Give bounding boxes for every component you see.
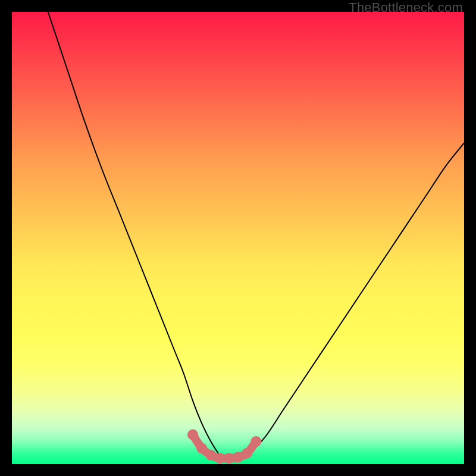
chart-frame: TheBottleneck.com [0,0,476,476]
optimal-zone-dot [187,430,198,440]
bottleneck-curve [48,12,464,460]
optimal-zone-dot [242,448,252,459]
optimal-zone [187,430,261,464]
chart-svg [12,12,464,464]
optimal-zone-dot [196,443,207,453]
optimal-zone-dot [224,453,234,464]
watermark-text: TheBottleneck.com [349,0,463,15]
optimal-zone-dot [250,436,261,447]
chart-plot-area [12,12,464,464]
